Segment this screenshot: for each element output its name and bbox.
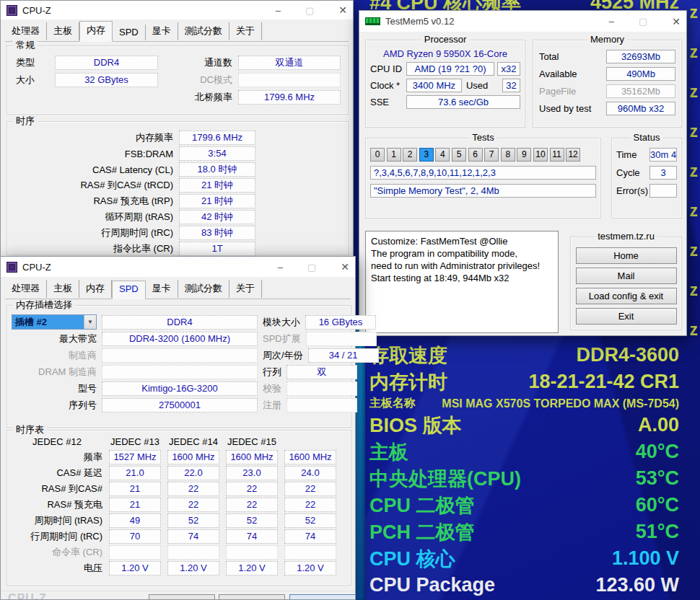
clock-field: 3400 MHz (406, 79, 462, 92)
test-number-button[interactable]: 6 (468, 148, 483, 162)
minimize-button[interactable]: – (609, 17, 614, 26)
memory-label: Used by test (539, 103, 603, 114)
window-bottom-strip-clipped: CPU-Z (1, 591, 355, 599)
memory-group: Memory Total 32693Mb Available 490Mb Pag… (533, 40, 682, 128)
tab-bar: 处理器主板内存SPD显卡測試分數关于 (5, 281, 351, 299)
link-button[interactable]: Exit (576, 308, 677, 325)
tab[interactable]: 处理器 (5, 22, 47, 40)
left-label: 最大带宽 (12, 332, 97, 345)
status-row: Time 30m 48s (616, 148, 677, 162)
osd-value: DDR4-3600 (576, 344, 679, 366)
timing-row: RAS# 到CAS# (tRCD) 21 时钟 (7, 177, 348, 193)
used-label: Used (466, 80, 499, 91)
jedec-row: 电压 1.20 V 1.20 V 1.20 V 1.20 V (7, 560, 351, 575)
slot-detail-rows: 最大带宽 DDR4-3200 (1600 MHz) SPD扩展 制造商 周次/年… (7, 331, 351, 412)
slot-select-dropdown[interactable]: 插槽 #2 ▼ (12, 314, 97, 330)
link-button[interactable]: Mail (576, 268, 677, 284)
test-number-button[interactable]: 10 (533, 148, 548, 162)
maximize-button[interactable]: ▢ (639, 17, 647, 26)
titlebar[interactable]: CPU-Z – ▢ ✕ (1, 1, 353, 19)
osd-sensor-row: PCH 二极管 51°C (369, 519, 679, 545)
timing-label: 内存频率 (9, 131, 173, 144)
jedec-row: CAS# 延迟 21.0 22.0 23.0 24.0 (7, 465, 351, 480)
links-group: testmem.tz.ru HomeMailLoad config & exit… (570, 237, 682, 330)
close-button[interactable]: ✕ (672, 17, 681, 27)
link-button[interactable]: Home (576, 247, 677, 264)
osd-value: 123.60 W (595, 574, 679, 596)
tab[interactable]: 主板 (47, 22, 79, 40)
right-field (306, 332, 377, 346)
osd-value: 40°C (636, 441, 679, 463)
bottom-button-partial[interactable] (149, 594, 215, 599)
tab[interactable]: 測試分數 (178, 22, 229, 40)
jedec-cell: 22 (284, 498, 336, 512)
osd-sensor-row: 主板 40°C (369, 438, 679, 465)
memory-label: Available (539, 69, 603, 79)
right-field (286, 381, 357, 396)
osd-sensor-row: CPU Package 123.60 W (369, 572, 679, 599)
tab[interactable]: 处理器 (5, 280, 47, 298)
tab[interactable]: 关于 (229, 280, 262, 298)
slot-detail-row: 型号 Kimtigo-16G-3200 校验 (7, 381, 351, 396)
titlebar[interactable]: TestMem5 v0.12 – ▢ ✕ (359, 11, 686, 32)
jedec-cell: 74 (167, 529, 219, 544)
jedec-row: 行周期时间 (tRC) 70 74 74 74 (7, 529, 351, 544)
timing-label: 行周期时间 (tRC) (9, 226, 173, 239)
titlebar[interactable]: CPU-Z – ▢ ✕ (1, 257, 355, 277)
test-number-button[interactable]: 0 (370, 148, 385, 162)
link-button[interactable]: Load config & exit (576, 288, 677, 304)
maximize-button[interactable]: ▢ (305, 6, 314, 15)
right-label: SPD扩展 (263, 332, 301, 345)
test-number-button[interactable]: 7 (484, 148, 499, 162)
test-number-button[interactable]: 9 (517, 148, 531, 162)
tab[interactable]: 内存 (79, 21, 113, 42)
left-label: 制造商 (12, 349, 97, 362)
tab[interactable]: SPD (113, 25, 146, 40)
tab[interactable]: SPD (112, 281, 146, 299)
left-label: 序列号 (12, 399, 97, 412)
jedec-cell: 22 (226, 482, 278, 496)
test-number-button[interactable]: 12 (566, 148, 580, 162)
clock-label: Clock * (370, 80, 403, 91)
test-number-button[interactable]: 3 (419, 148, 434, 162)
osd-sensor-row: CPU 核心 1.100 V (369, 545, 679, 572)
left-field (102, 348, 258, 363)
test-number-button[interactable]: 2 (403, 148, 417, 162)
bottom-button-partial[interactable] (219, 594, 285, 599)
jedec-cell: 1.20 V (226, 561, 278, 575)
chevron-down-icon[interactable]: ▼ (84, 315, 96, 329)
minimize-button[interactable]: – (276, 6, 281, 15)
jedec-cell: 22.0 (167, 466, 219, 480)
left-label: DRAM 制造商 (12, 366, 97, 379)
status-field (649, 184, 677, 198)
group-title: Status (631, 133, 663, 143)
maximize-button[interactable]: ▢ (307, 262, 316, 272)
tab[interactable]: 測試分數 (178, 280, 229, 298)
test-number-button[interactable]: 4 (435, 148, 450, 162)
close-button[interactable]: ✕ (341, 262, 349, 272)
minimize-button[interactable]: – (278, 262, 283, 272)
test-number-button[interactable]: 5 (452, 148, 466, 162)
status-field: 30m 48s (649, 148, 677, 162)
slot-detail-row: 序列号 27500001 注册 (7, 397, 351, 412)
window-title: CPU-Z (22, 262, 51, 273)
jedec-cell: 52 (226, 513, 278, 528)
tab[interactable]: 主板 (47, 280, 79, 298)
ok-button-partial[interactable] (289, 594, 355, 599)
sse-label: SSE (370, 97, 403, 107)
used-field: 32 (502, 79, 520, 92)
tab[interactable]: 关于 (229, 22, 262, 40)
log-line: need to run with Administrator privilege… (371, 260, 553, 272)
close-button[interactable]: ✕ (338, 5, 347, 15)
osd-label: PCH 二极管 (369, 519, 475, 545)
memory-slot-group: 内存插槽选择 插槽 #2 ▼ DDR4 模块大小 16 GBytes 最大带宽 (6, 305, 351, 428)
osd-value: 60°C (636, 494, 679, 516)
left-field (102, 365, 258, 379)
tab[interactable]: 显卡 (146, 280, 178, 298)
test-number-button[interactable]: 1 (387, 148, 401, 162)
osd-label: CPU 二极管 (369, 493, 475, 519)
test-number-button[interactable]: 8 (501, 148, 515, 162)
tab[interactable]: 内存 (79, 280, 112, 298)
test-number-button[interactable]: 11 (550, 148, 564, 162)
tab[interactable]: 显卡 (146, 22, 178, 40)
